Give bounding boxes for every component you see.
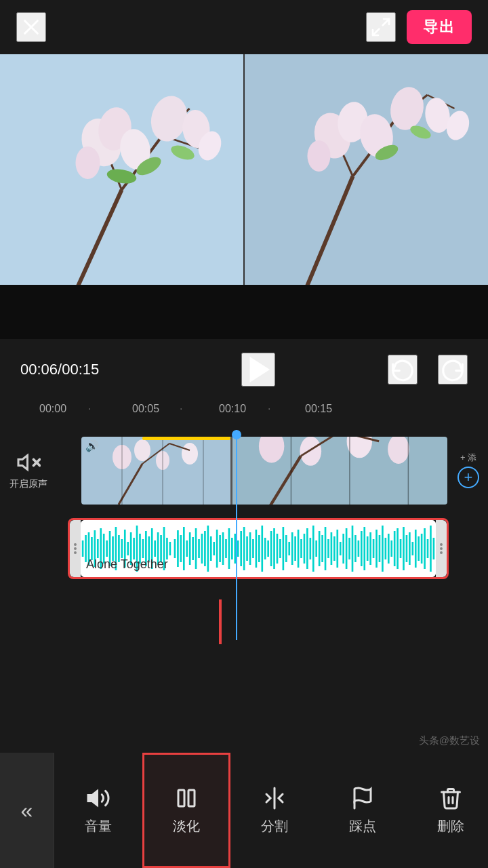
svg-rect-97 (180, 535, 182, 562)
svg-rect-96 (177, 530, 179, 567)
svg-rect-98 (183, 527, 185, 570)
svg-rect-123 (258, 535, 260, 562)
svg-rect-188 (178, 790, 184, 806)
svg-rect-157 (361, 531, 363, 566)
close-button[interactable] (16, 12, 46, 42)
delete-label: 删除 (437, 817, 464, 835)
time-ruler: 00:00 · 00:05 · 00:10 · 00:15 (0, 400, 488, 430)
bottom-toolbar: « 音量 淡化 (0, 753, 488, 868)
svg-rect-89 (154, 540, 156, 557)
svg-rect-128 (273, 528, 275, 569)
svg-rect-107 (210, 536, 212, 561)
svg-rect-113 (228, 528, 230, 569)
top-right-controls: 导出 (366, 10, 472, 44)
svg-point-15 (76, 146, 100, 179)
split-label: 分割 (261, 817, 288, 835)
controls-right (388, 355, 468, 384)
svg-marker-187 (88, 791, 98, 805)
svg-marker-36 (18, 456, 28, 470)
ruler-00-05: 00:05 (132, 403, 159, 415)
ruler-00-15: 00:15 (305, 403, 332, 415)
svg-rect-78 (121, 539, 123, 558)
ruler-00-00: 00:00 (39, 403, 66, 415)
svg-point-183 (440, 547, 443, 550)
svg-rect-122 (256, 530, 258, 568)
svg-rect-101 (192, 537, 194, 560)
fade-label: 淡化 (173, 817, 200, 835)
svg-rect-117 (240, 531, 242, 566)
svg-rect-146 (327, 539, 329, 558)
svg-point-43 (182, 443, 198, 465)
svg-rect-124 (261, 526, 263, 572)
svg-rect-127 (270, 531, 272, 566)
svg-rect-104 (201, 534, 203, 564)
ruler-00-10: 00:10 (219, 403, 246, 415)
toolbar-item-delete[interactable]: 删除 (407, 753, 488, 868)
svg-point-61 (74, 543, 77, 546)
svg-rect-109 (216, 530, 218, 568)
svg-rect-178 (424, 528, 426, 569)
svg-rect-135 (294, 536, 296, 561)
undo-button[interactable] (388, 355, 418, 384)
toolbar-item-split[interactable]: 分割 (230, 753, 319, 868)
back-chevron-icon: « (21, 798, 33, 823)
ruler-dot3: · (268, 403, 270, 415)
svg-rect-112 (225, 539, 227, 558)
fullscreen-button[interactable] (366, 12, 396, 42)
svg-rect-131 (283, 527, 285, 570)
svg-rect-144 (321, 535, 323, 562)
svg-rect-108 (213, 542, 215, 555)
svg-rect-65 (82, 540, 84, 557)
toolbar-item-fade[interactable]: 淡化 (142, 753, 230, 868)
audio-toggle[interactable]: 开启原声 (9, 450, 47, 490)
svg-rect-82 (133, 538, 135, 559)
svg-rect-149 (336, 530, 338, 568)
redo-button[interactable] (438, 355, 468, 384)
add-track-button[interactable]: + 添 + (449, 448, 488, 492)
audio-handle-right[interactable] (436, 520, 447, 577)
svg-rect-142 (315, 540, 317, 557)
svg-rect-158 (363, 527, 365, 570)
marker-icon (350, 786, 375, 810)
black-bar-mid (0, 285, 488, 339)
video-track: 🔊 (81, 437, 447, 505)
audio-track-name: Alone Together (86, 557, 168, 572)
audio-handle-left[interactable] (70, 520, 81, 577)
svg-rect-111 (222, 532, 224, 565)
svg-rect-179 (427, 539, 429, 558)
timeline-area: 00:00 · 00:05 · 00:10 · 00:15 开启原声 (0, 400, 488, 644)
watermark: 头条@数艺设 (419, 734, 480, 747)
add-circle-icon: + (458, 467, 479, 488)
time-display: 00:06/00:15 (20, 361, 129, 378)
svg-rect-126 (267, 540, 269, 557)
svg-rect-80 (127, 542, 129, 555)
controls-center (129, 353, 388, 387)
play-button[interactable] (241, 353, 275, 387)
toolbar-items: 音量 淡化 分割 (54, 753, 488, 868)
marker-label: 踩点 (349, 817, 376, 835)
svg-rect-159 (367, 536, 369, 561)
svg-rect-143 (319, 531, 321, 566)
svg-rect-181 (433, 538, 435, 559)
svg-rect-147 (331, 532, 333, 565)
svg-point-41 (134, 439, 150, 461)
svg-rect-105 (204, 531, 206, 566)
svg-rect-176 (418, 536, 420, 561)
toolbar-item-volume[interactable]: 音量 (54, 753, 142, 868)
toolbar-back-button[interactable]: « (0, 753, 54, 868)
svg-rect-116 (237, 540, 239, 557)
svg-point-52 (300, 437, 321, 466)
export-button[interactable]: 导出 (407, 10, 472, 44)
svg-rect-39 (81, 437, 230, 505)
svg-rect-172 (406, 535, 408, 562)
svg-rect-118 (243, 527, 245, 570)
svg-rect-110 (219, 535, 221, 562)
svg-point-31 (308, 140, 331, 172)
svg-rect-106 (207, 526, 209, 572)
toolbar-item-marker[interactable]: 踩点 (319, 753, 407, 868)
svg-rect-133 (288, 542, 290, 555)
svg-rect-145 (325, 527, 327, 570)
svg-point-184 (440, 551, 443, 554)
svg-rect-161 (373, 539, 375, 558)
svg-rect-163 (379, 535, 381, 562)
